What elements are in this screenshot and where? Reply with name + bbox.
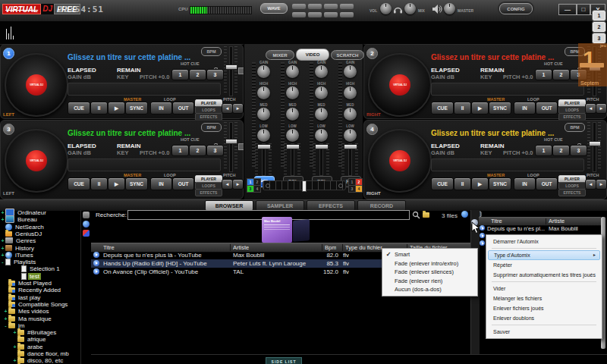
pitch-up-button[interactable]: ► — [232, 103, 244, 114]
track-waveform-strip[interactable] — [431, 158, 584, 171]
pitch-down-button[interactable]: ◄ — [222, 179, 233, 190]
browse-folder-icon[interactable] — [423, 212, 429, 218]
pitch-slider[interactable] — [587, 122, 601, 171]
window-layout-button-2[interactable]: 2 — [593, 22, 605, 32]
menu-item-type-automix[interactable]: Type d'Automix► — [488, 250, 600, 260]
expander[interactable]: + — [0, 253, 5, 258]
pause-button[interactable]: II — [454, 102, 471, 115]
expander[interactable]: - — [0, 259, 5, 265]
mid-knob-ch3[interactable] — [315, 108, 328, 121]
menu-item-melanger[interactable]: Mélanger les fichiers — [486, 293, 602, 303]
minimize-button[interactable]: — — [558, 4, 577, 15]
expander[interactable]: + — [0, 238, 5, 243]
cue-button[interactable]: CUE — [431, 102, 454, 115]
loop-in-button[interactable]: IN — [514, 102, 536, 115]
fader-handle[interactable] — [257, 144, 271, 149]
high-knob-ch2[interactable] — [286, 86, 299, 99]
sidebar-item-mes-videos[interactable]: +Mes vidéos — [0, 307, 83, 315]
tab-mixer[interactable]: MIXER — [266, 50, 294, 60]
high-knob-ch1[interactable] — [257, 86, 270, 99]
low-knob-ch1[interactable] — [257, 129, 270, 142]
pitch-slider[interactable] — [224, 122, 237, 171]
hot-cue-3-button[interactable]: 3 — [206, 69, 224, 80]
netsearch-icon[interactable] — [461, 211, 468, 218]
volume-fader-ch3[interactable] — [313, 143, 329, 174]
expander[interactable]: + — [12, 330, 17, 335]
jog-wheel[interactable]: VIRTUAL DJ — [368, 129, 432, 193]
xfader-assign-right-4[interactable]: 4 — [355, 185, 363, 193]
gain-knob-ch1[interactable] — [257, 65, 270, 78]
gain-knob-ch2[interactable] — [286, 65, 299, 78]
layout-preset-bar[interactable] — [340, 12, 354, 17]
expander[interactable]: + — [12, 344, 17, 350]
hot-cue-2-button[interactable]: 2 — [552, 69, 570, 80]
layout-preset-bar[interactable] — [324, 4, 338, 9]
sidebar-item-genres[interactable]: +Genres — [0, 237, 80, 244]
rhythm-wave-display[interactable] — [0, 21, 607, 45]
volume-fader-ch2[interactable] — [284, 143, 300, 174]
submenu-item-aucun[interactable]: Aucun (dos-a-dos) — [382, 285, 477, 294]
playlist-column-artiste[interactable]: Artiste — [549, 218, 565, 224]
submenu-item-fade-silences[interactable]: Fade (enlever silences) — [382, 268, 477, 277]
submenu-item-fade-rien[interactable]: Fade (enlever rien) — [382, 277, 477, 286]
pitch-down-button[interactable]: ◄ — [585, 179, 596, 190]
tab-effects[interactable]: EFFECTS — [558, 189, 586, 196]
cue-button[interactable]: CUE — [68, 102, 90, 115]
playlist-row-1[interactable]: Depuis que tu n'es pl... Max Boublil — [479, 224, 601, 232]
headphone-mix-knob[interactable] — [404, 3, 416, 14]
sync-button[interactable]: SYNC — [489, 177, 511, 190]
pause-button[interactable]: II — [90, 177, 108, 190]
tab-browser[interactable]: BROWSER — [205, 200, 253, 211]
layout-preset-bar[interactable] — [292, 12, 306, 17]
hot-cue-3-button[interactable]: 3 — [206, 145, 224, 156]
loop-out-button[interactable]: OUT — [536, 102, 558, 115]
config-button[interactable]: CONFIG — [499, 3, 533, 14]
pitch-down-button[interactable]: ◄ — [222, 103, 233, 114]
volume-fader-ch1[interactable] — [255, 143, 272, 174]
submenu-item-fade-intro-extro[interactable]: Fade (enlever intro/extro) — [382, 259, 477, 268]
expander[interactable]: + — [0, 217, 5, 222]
window-layout-button-3[interactable]: 3 — [593, 33, 605, 43]
track-waveform-strip[interactable] — [431, 83, 584, 96]
bpm-button[interactable]: BPM — [201, 123, 222, 132]
pitch-slider-handle[interactable] — [225, 139, 237, 144]
tab-effects[interactable]: EFFECTS — [307, 200, 355, 211]
layout-preset-bar[interactable] — [324, 12, 338, 17]
hot-cue-3-button[interactable]: 3 — [570, 145, 587, 156]
hot-cue-2-button[interactable]: 2 — [189, 69, 206, 80]
wave-button[interactable]: WAVE — [260, 3, 288, 14]
pitch-slider[interactable] — [224, 46, 237, 95]
hot-cue-1-button[interactable]: 1 — [535, 145, 552, 156]
fader-handle[interactable] — [286, 144, 300, 149]
jog-wheel[interactable]: VIRTUAL DJ — [5, 53, 68, 117]
loop-in-button[interactable]: IN — [150, 102, 172, 115]
track-waveform-strip[interactable] — [68, 158, 221, 171]
tree-tool-icon[interactable] — [83, 212, 90, 218]
hot-cue-1-button[interactable]: 1 — [535, 69, 552, 80]
maximize-button[interactable]: □ — [577, 4, 590, 15]
layout-preset-bar[interactable] — [292, 4, 306, 9]
master-volume-knob[interactable] — [444, 3, 455, 14]
column-titre[interactable]: Titre — [103, 244, 115, 251]
pitch-up-button[interactable]: ► — [596, 179, 607, 190]
sync-button[interactable]: SYNC — [125, 102, 148, 115]
menu-item-supprimer-automatiquement[interactable]: Supprimer automatiquement les titres jou… — [486, 270, 602, 280]
expander[interactable]: + — [3, 309, 8, 314]
jog-wheel[interactable]: VIRTUAL DJ — [5, 129, 68, 193]
menu-item-enlever-doublons[interactable]: Enlever doublons — [486, 313, 602, 323]
bpm-button[interactable]: BPM — [201, 47, 222, 56]
loop-out-button[interactable]: OUT — [172, 177, 194, 190]
pitch-slider-handle[interactable] — [589, 141, 601, 146]
expander[interactable]: + — [12, 358, 17, 363]
menu-item-repeter[interactable]: Répéter — [486, 260, 602, 270]
hot-cue-2-button[interactable]: 2 — [189, 145, 206, 156]
play-button[interactable]: ▶ — [108, 177, 125, 190]
menu-item-vider[interactable]: Vider — [486, 284, 602, 293]
sidebar-item-afrique[interactable]: afrique — [0, 335, 93, 343]
mid-knob-ch4[interactable] — [344, 108, 357, 121]
sidebar-item-recently-added[interactable]: Recently Added — [0, 286, 89, 293]
gain-knob-ch3[interactable] — [315, 65, 328, 78]
mid-knob-ch1[interactable] — [257, 108, 270, 121]
low-knob-ch2[interactable] — [286, 129, 299, 142]
low-knob-ch4[interactable] — [344, 129, 357, 142]
